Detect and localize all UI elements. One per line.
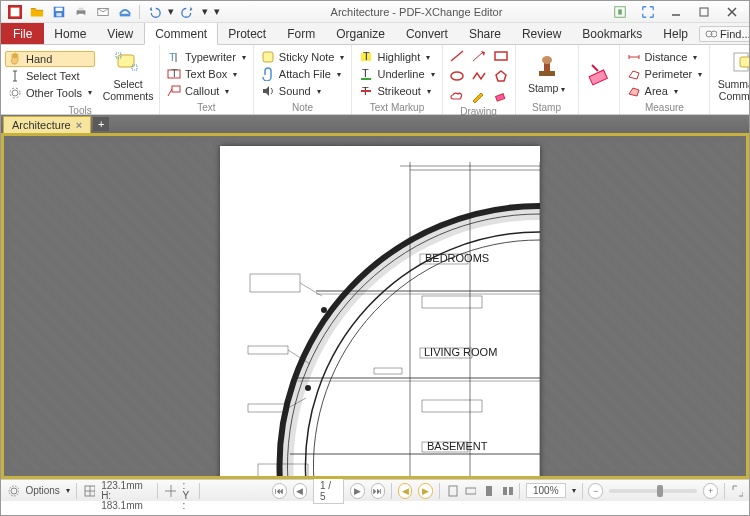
group-note: Sticky Note▾ Attach File▾ Sound▾ Note xyxy=(254,45,353,114)
select-comments-button[interactable]: Select Comments xyxy=(101,47,155,104)
summarize-button[interactable]: Summarize Comments xyxy=(714,47,750,104)
tab-help[interactable]: Help xyxy=(653,23,699,44)
fullscreen-icon[interactable] xyxy=(731,484,743,498)
typewriter-button[interactable]: TTypewriter▾ xyxy=(164,49,249,65)
area-icon xyxy=(627,84,641,98)
area-button[interactable]: Area▾ xyxy=(624,83,706,99)
two-page-icon[interactable] xyxy=(501,484,513,498)
textbox-button[interactable]: TText Box▾ xyxy=(164,66,249,82)
tab-review[interactable]: Review xyxy=(512,23,572,44)
svg-text:BEDROOMS: BEDROOMS xyxy=(425,252,489,264)
last-page-button[interactable]: ⏭ xyxy=(371,483,385,499)
stamp-button[interactable]: Stamp ▾ xyxy=(520,47,574,101)
line-tool-icon[interactable] xyxy=(447,47,467,65)
options-gear-icon[interactable] xyxy=(7,484,19,498)
group-stamp: Stamp ▾ Stamp xyxy=(516,45,579,114)
eraser-large-icon[interactable] xyxy=(586,61,612,87)
document-viewer[interactable]: BEDROOMS LIVING ROOM BASEMENT xyxy=(1,133,749,479)
qat-dropdown-icon[interactable]: ▾ xyxy=(212,3,222,21)
minimize-icon[interactable] xyxy=(663,3,689,21)
redo-icon[interactable] xyxy=(178,3,198,21)
document-tab[interactable]: Architecture× xyxy=(3,116,91,133)
strikeout-button[interactable]: TStrikeout▾ xyxy=(356,83,437,99)
tab-comment[interactable]: Comment xyxy=(144,23,218,45)
first-page-button[interactable]: ⏮ xyxy=(272,483,286,499)
cloud-tool-icon[interactable] xyxy=(447,87,467,105)
callout-icon xyxy=(167,84,181,98)
other-tools-button[interactable]: Other Tools▾ xyxy=(5,85,95,101)
history-back-button[interactable]: ◀ xyxy=(398,483,412,499)
prev-page-button[interactable]: ◀ xyxy=(293,483,307,499)
sound-button[interactable]: Sound▾ xyxy=(258,83,348,99)
tab-home[interactable]: Home xyxy=(44,23,97,44)
tab-share[interactable]: Share xyxy=(459,23,512,44)
zoom-slider[interactable] xyxy=(609,489,698,493)
perimeter-icon xyxy=(627,67,641,81)
highlight-button[interactable]: THighlight▾ xyxy=(356,49,437,65)
scan-icon[interactable] xyxy=(115,3,135,21)
perimeter-button[interactable]: Perimeter▾ xyxy=(624,66,706,82)
svg-rect-81 xyxy=(422,296,482,308)
callout-button[interactable]: Callout▾ xyxy=(164,83,249,99)
tab-form[interactable]: Form xyxy=(277,23,326,44)
open-icon[interactable] xyxy=(27,3,47,21)
eraser-tool-icon[interactable] xyxy=(491,87,511,105)
print-icon[interactable] xyxy=(71,3,91,21)
options-button[interactable]: Options xyxy=(25,485,59,496)
pencil-tool-icon[interactable] xyxy=(469,87,489,105)
svg-text:BASEMENT: BASEMENT xyxy=(427,440,488,452)
svg-rect-19 xyxy=(118,55,134,67)
zoom-readout[interactable]: 100% xyxy=(526,483,566,498)
undo-icon[interactable] xyxy=(144,3,164,21)
fit-width-icon[interactable] xyxy=(464,484,476,498)
y-readout: Y : xyxy=(182,491,193,511)
hand-tool-button[interactable]: Hand xyxy=(5,51,95,67)
add-tab-button[interactable]: + xyxy=(93,117,109,131)
tab-convert[interactable]: Convert xyxy=(396,23,459,44)
distance-button[interactable]: Distance▾ xyxy=(624,49,706,65)
app-icon[interactable] xyxy=(5,3,25,21)
distance-label: Distance xyxy=(645,51,688,63)
history-fwd-button[interactable]: ▶ xyxy=(418,483,432,499)
svg-rect-46 xyxy=(740,57,750,67)
mail-icon[interactable] xyxy=(93,3,113,21)
select-text-button[interactable]: Select Text xyxy=(5,68,95,84)
strikeout-icon: T xyxy=(359,84,373,98)
oval-tool-icon[interactable] xyxy=(447,67,467,85)
polyline-tool-icon[interactable] xyxy=(469,67,489,85)
panel-close-icon[interactable]: × xyxy=(739,3,745,15)
undo-dropdown-icon[interactable]: ▾ xyxy=(166,3,176,21)
document-tab-label: Architecture xyxy=(12,119,71,131)
fit-page-icon[interactable] xyxy=(446,484,458,498)
tab-view[interactable]: View xyxy=(97,23,144,44)
group-drawing: Drawing xyxy=(443,45,516,114)
underline-button[interactable]: TUnderline▾ xyxy=(356,66,437,82)
attach-file-button[interactable]: Attach File▾ xyxy=(258,66,348,82)
sticky-note-button[interactable]: Sticky Note▾ xyxy=(258,49,348,65)
find-label: Find... xyxy=(720,28,750,40)
tab-bookmarks[interactable]: Bookmarks xyxy=(572,23,653,44)
single-page-icon[interactable] xyxy=(482,484,494,498)
stamp-label: Stamp xyxy=(528,82,558,94)
arrow-tool-icon[interactable] xyxy=(469,47,489,65)
zoom-thumb[interactable] xyxy=(657,485,663,497)
svg-line-36 xyxy=(473,52,483,61)
tab-file[interactable]: File xyxy=(1,23,44,44)
maximize-icon[interactable] xyxy=(691,3,717,21)
next-page-button[interactable]: ▶ xyxy=(350,483,364,499)
rect-tool-icon[interactable] xyxy=(491,47,511,65)
close-tab-icon[interactable]: × xyxy=(76,119,82,131)
page-readout[interactable]: 1 / 5 xyxy=(313,478,344,504)
zoom-out-button[interactable]: − xyxy=(588,483,602,499)
zoom-in-button[interactable]: + xyxy=(703,483,717,499)
polygon-tool-icon[interactable] xyxy=(491,67,511,85)
fit-icon[interactable] xyxy=(635,3,661,21)
save-icon[interactable] xyxy=(49,3,69,21)
typewriter-label: Typewriter xyxy=(185,51,236,63)
redo-dropdown-icon[interactable]: ▾ xyxy=(200,3,210,21)
find-button[interactable]: Find... xyxy=(699,26,750,42)
tab-organize[interactable]: Organize xyxy=(326,23,396,44)
svg-text:T: T xyxy=(171,67,178,79)
ui-toggle-icon[interactable] xyxy=(607,3,633,21)
tab-protect[interactable]: Protect xyxy=(218,23,277,44)
